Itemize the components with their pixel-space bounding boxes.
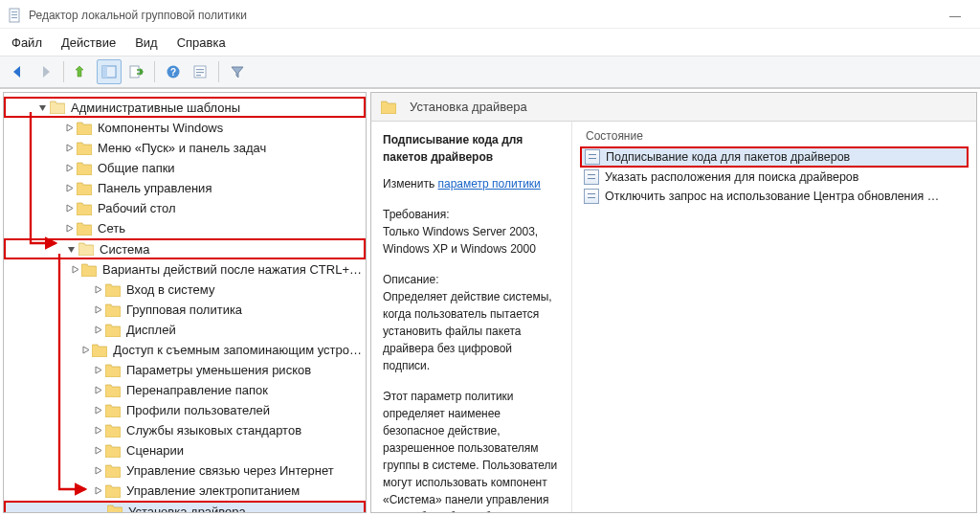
chevron-right-icon[interactable] (90, 305, 105, 314)
tree-item[interactable]: Варианты действий после нажатия CTRL+… (4, 259, 366, 280)
change-prefix: Изменить (383, 177, 434, 191)
tree-item-label: Система (100, 242, 149, 257)
edit-policy-link[interactable]: параметр политики (437, 177, 540, 191)
forward-button[interactable] (33, 59, 57, 84)
details-header: Установка драйвера (370, 92, 977, 122)
tree-item-system[interactable]: Система (4, 238, 366, 259)
tree-item[interactable]: Профили пользователей (4, 400, 366, 420)
chevron-right-icon[interactable] (90, 406, 105, 415)
tree-item[interactable]: Меню «Пуск» и панель задач (4, 138, 366, 158)
menu-action[interactable]: Действие (61, 35, 116, 50)
svg-rect-10 (196, 69, 204, 70)
tree-item[interactable]: Вход в систему (4, 280, 366, 300)
properties-icon[interactable] (188, 59, 212, 84)
setting-label: Отключить запрос на использование Центра… (605, 190, 939, 203)
folder-icon (105, 283, 121, 297)
up-button[interactable] (70, 59, 95, 84)
chevron-right-icon[interactable] (61, 164, 77, 172)
menu-view[interactable]: Вид (135, 35, 158, 50)
tree-item[interactable]: Панель управления (4, 178, 366, 198)
menu-file[interactable]: Файл (11, 35, 42, 50)
folder-icon (105, 464, 121, 478)
settings-list: Состояние Подписывание кода для пакетов … (572, 122, 976, 512)
chevron-right-icon[interactable] (61, 204, 77, 213)
show-hide-tree-button[interactable] (97, 59, 122, 84)
tree-item[interactable]: Групповая политика (4, 300, 366, 320)
chevron-right-icon[interactable] (90, 285, 105, 294)
tree-item-label: Службы языковых стандартов (126, 423, 301, 437)
chevron-right-icon[interactable] (90, 426, 105, 435)
setting-icon (585, 149, 600, 165)
tree-item-label: Варианты действий после нажатия CTRL+… (102, 262, 362, 277)
toolbar: ? (0, 56, 980, 88)
window-title: Редактор локальной групповой политики (29, 9, 247, 22)
help-icon[interactable]: ? (161, 59, 186, 84)
app-icon (8, 8, 23, 23)
menu-help[interactable]: Справка (177, 35, 226, 50)
back-button[interactable] (6, 59, 31, 84)
setting-icon (584, 169, 599, 185)
folder-icon (105, 364, 121, 377)
tree-item[interactable]: Службы языковых стандартов (4, 420, 366, 440)
tree-item-label: Панель управления (98, 181, 212, 195)
chevron-right-icon[interactable] (90, 486, 105, 495)
folder-icon (77, 202, 92, 215)
svg-rect-2 (11, 14, 17, 15)
chevron-down-icon[interactable] (34, 103, 50, 112)
chevron-right-icon[interactable] (90, 325, 105, 334)
content-area: Административные шаблоныКомпоненты Windo… (0, 88, 980, 516)
tree-item[interactable]: Управление связью через Интернет (4, 460, 366, 481)
chevron-right-icon[interactable] (78, 346, 92, 354)
setting-title: Подписывание кода для пакетов драйверов (383, 131, 560, 166)
setting-row[interactable]: Подписывание кода для пакетов драйверов (580, 146, 969, 168)
tree-item[interactable]: Рабочий стол (4, 198, 366, 218)
tree-item-label: Меню «Пуск» и панель задач (98, 141, 266, 155)
folder-icon (105, 324, 121, 337)
tree-item[interactable]: Управление электропитанием (4, 481, 366, 501)
chevron-right-icon[interactable] (61, 123, 77, 132)
setting-row[interactable]: Отключить запрос на использование Центра… (580, 187, 969, 206)
chevron-right-icon[interactable] (90, 386, 105, 394)
tree-item[interactable]: Общие папки (4, 158, 366, 178)
setting-details: Подписывание кода для пакетов драйверов … (371, 122, 572, 512)
chevron-right-icon[interactable] (61, 184, 77, 192)
folder-icon (77, 122, 92, 135)
chevron-right-icon[interactable] (61, 144, 77, 152)
folder-icon (105, 404, 121, 417)
details-pane: Установка драйвера Подписывание кода для… (370, 92, 977, 513)
tree-item-driver-install[interactable]: Установка драйвера (4, 501, 366, 513)
export-button[interactable] (123, 59, 148, 84)
tree-item[interactable]: Компоненты Windows (4, 118, 366, 138)
tree-item[interactable]: Перенаправление папок (4, 380, 366, 400)
svg-rect-3 (11, 17, 17, 18)
separator-icon (218, 61, 219, 82)
tree-item[interactable]: Сценарии (4, 440, 366, 460)
titlebar: Редактор локальной групповой политики (0, 0, 980, 29)
tree-item-admin-templates[interactable]: Административные шаблоны (4, 97, 366, 118)
tree-item-label: Административные шаблоны (71, 101, 240, 115)
tree-item-label: Перенаправление папок (126, 383, 268, 397)
folder-icon (50, 101, 65, 114)
tree-item-label: Сеть (98, 221, 125, 236)
folder-icon (78, 242, 94, 256)
chevron-right-icon[interactable] (90, 446, 105, 455)
tree-item[interactable]: Доступ к съемным запоминающим устро… (4, 340, 366, 360)
tree-pane[interactable]: Административные шаблоныКомпоненты Windo… (3, 92, 367, 513)
chevron-down-icon[interactable] (63, 245, 78, 254)
tree-item[interactable]: Дисплей (4, 320, 366, 340)
chevron-right-icon[interactable] (61, 224, 77, 233)
filter-icon[interactable] (225, 59, 250, 84)
column-header-state[interactable]: Состояние (580, 125, 969, 146)
folder-icon (105, 384, 121, 397)
chevron-right-icon[interactable] (90, 366, 105, 374)
tree: Административные шаблоныКомпоненты Windo… (4, 93, 366, 513)
chevron-right-icon[interactable] (70, 265, 81, 274)
minimize-button[interactable] (949, 12, 963, 17)
requirements-label: Требования: (383, 206, 560, 223)
tree-item[interactable]: Параметры уменьшения рисков (4, 360, 366, 380)
setting-row[interactable]: Указать расположения для поиска драйверо… (580, 168, 969, 187)
separator-icon (154, 61, 155, 82)
chevron-right-icon[interactable] (90, 466, 105, 475)
tree-item[interactable]: Сеть (4, 218, 366, 238)
folder-icon (105, 484, 121, 498)
